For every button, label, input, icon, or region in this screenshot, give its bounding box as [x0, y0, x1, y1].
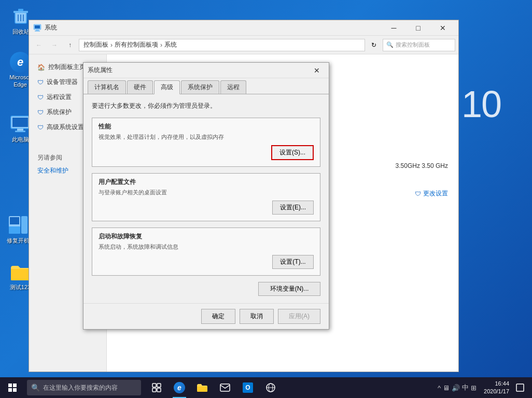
- apply-button[interactable]: 应用(A): [278, 309, 320, 324]
- startup-recovery-desc: 系统启动，系统故障和调试信息: [99, 243, 314, 251]
- tab-computer-name[interactable]: 计算机名: [88, 80, 126, 94]
- user-profiles-section: 用户配置文件 与登录账户相关的桌面设置 设置(E)...: [92, 173, 320, 221]
- tab-advanced[interactable]: 高级: [154, 80, 180, 94]
- startup-recovery-settings-button[interactable]: 设置(T)...: [272, 255, 314, 269]
- env-vars-button[interactable]: 环境变量(N)...: [258, 282, 320, 296]
- env-vars-row: 环境变量(N)...: [92, 282, 320, 296]
- user-profiles-btn-row: 设置(E)...: [99, 201, 314, 215]
- performance-desc: 视觉效果，处理器计划，内存使用，以及虚拟内存: [99, 133, 314, 141]
- dialog-title: 系统属性: [88, 66, 309, 75]
- dialog-titlebar: 系统属性 ✕: [83, 63, 329, 78]
- dialog-overlay: 系统属性 ✕ 计算机名 硬件 高级 系统保护 远程 要进行大多数更改，你必须作为…: [0, 0, 532, 398]
- cancel-button[interactable]: 取消: [240, 309, 274, 324]
- dialog-footer: 确定 取消 应用(A): [83, 303, 329, 329]
- performance-title: 性能: [99, 122, 314, 131]
- startup-recovery-btn-row: 设置(T)...: [99, 255, 314, 269]
- performance-btn-row: 设置(S)...: [99, 145, 314, 160]
- user-profiles-title: 用户配置文件: [99, 178, 314, 187]
- tab-hardware[interactable]: 硬件: [127, 80, 153, 94]
- tab-system-protection[interactable]: 系统保护: [181, 80, 219, 94]
- user-profiles-settings-button[interactable]: 设置(E)...: [272, 201, 314, 215]
- performance-settings-button[interactable]: 设置(S)...: [271, 145, 314, 160]
- admin-note: 要进行大多数更改，你必须作为管理员登录。: [92, 102, 320, 110]
- dialog-body: 要进行大多数更改，你必须作为管理员登录。 性能 视觉效果，处理器计划，内存使用，…: [83, 94, 329, 303]
- performance-section: 性能 视觉效果，处理器计划，内存使用，以及虚拟内存 设置(S)...: [92, 118, 320, 167]
- ok-button[interactable]: 确定: [201, 309, 235, 324]
- startup-recovery-section: 启动和故障恢复 系统启动，系统故障和调试信息 设置(T)...: [92, 228, 320, 276]
- dialog-close-button[interactable]: ✕: [309, 64, 325, 77]
- tab-remote[interactable]: 远程: [220, 80, 246, 94]
- startup-recovery-title: 启动和故障恢复: [99, 232, 314, 241]
- dialog-tabs: 计算机名 硬件 高级 系统保护 远程: [83, 78, 329, 94]
- system-properties-dialog: 系统属性 ✕ 计算机名 硬件 高级 系统保护 远程 要进行大多数更改，你必须作为…: [83, 62, 329, 330]
- user-profiles-desc: 与登录账户相关的桌面设置: [99, 189, 314, 196]
- desktop: dows 10 回收站 e MicrosofEdge: [0, 0, 532, 398]
